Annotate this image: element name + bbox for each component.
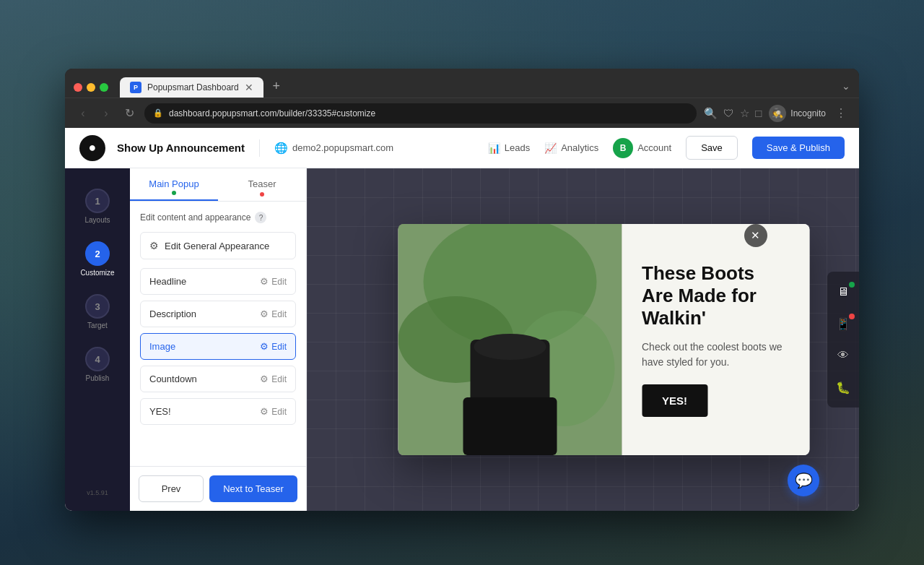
next-to-teaser-button[interactable]: Next to Teaser	[209, 475, 297, 502]
general-appearance-row[interactable]: ⚙ Edit General Appearance	[140, 232, 296, 259]
step-4-label: Publish	[86, 374, 110, 382]
app-title: Show Up Announcement	[117, 142, 245, 154]
sidebar-toggle[interactable]: □	[755, 107, 762, 119]
description-gear: ⚙	[260, 309, 269, 319]
chat-icon: 💬	[795, 472, 813, 489]
analytics-label: Analytics	[561, 142, 598, 153]
version-label: v1.5.91	[87, 489, 108, 496]
popup-cta-button[interactable]: YES!	[642, 384, 707, 417]
chat-button[interactable]: 💬	[788, 465, 819, 496]
yes-row[interactable]: YES! ⚙ Edit	[140, 398, 296, 425]
step-layouts[interactable]: 1 Layouts	[65, 183, 130, 230]
right-tools: 🖥 📱 👁 🐛	[827, 272, 859, 407]
leads-nav[interactable]: 📊 Leads	[488, 142, 530, 154]
incognito-label: Incognito	[790, 108, 826, 118]
desktop-view-button[interactable]: 🖥	[827, 277, 859, 306]
panel-content: Edit content and appearance ? ⚙ Edit Gen…	[130, 202, 306, 466]
leads-icon: 📊	[488, 142, 500, 154]
prev-button[interactable]: Prev	[139, 475, 204, 502]
countdown-row[interactable]: Countdown ⚙ Edit	[140, 366, 296, 392]
headline-edit[interactable]: ⚙ Edit	[260, 276, 287, 287]
mobile-dot	[849, 314, 855, 319]
preview-button[interactable]: 👁	[827, 341, 859, 370]
teaser-dot	[260, 192, 264, 197]
countdown-label: Countdown	[149, 374, 260, 384]
mobile-view-button[interactable]: 📱	[827, 309, 859, 338]
tab-teaser[interactable]: Teaser	[218, 168, 306, 201]
tab-bar: P Popupsmart Dashboard ✕ + ⌄	[65, 69, 859, 98]
desktop-dot	[849, 282, 855, 288]
forward-button[interactable]: ›	[98, 107, 114, 120]
description-edit[interactable]: ⚙ Edit	[260, 309, 287, 319]
step-2-label: Customize	[80, 269, 114, 277]
lock-icon: 🔒	[153, 108, 163, 118]
popup-title: These Boots Are Made for Walkin'	[642, 262, 789, 330]
step-1-circle: 1	[85, 189, 110, 213]
save-publish-button[interactable]: Save & Publish	[752, 137, 845, 159]
popup-close-button[interactable]: ✕	[744, 224, 767, 247]
debug-button[interactable]: 🐛	[827, 373, 859, 402]
star-icon[interactable]: ☆	[740, 107, 749, 120]
close-dot[interactable]	[74, 83, 82, 92]
yes-edit[interactable]: ⚙ Edit	[260, 406, 287, 417]
tab-title: Popupsmart Dashboard	[147, 82, 239, 92]
browser-window: P Popupsmart Dashboard ✕ + ⌄ ‹ › ↻ 🔒 das…	[65, 69, 859, 511]
leads-label: Leads	[505, 142, 530, 153]
image-row[interactable]: Image ⚙ Edit	[140, 333, 296, 360]
yes-gear: ⚙	[260, 406, 269, 417]
countdown-gear: ⚙	[260, 374, 269, 384]
description-label: Description	[149, 309, 260, 319]
tab-close-button[interactable]: ✕	[245, 82, 253, 93]
reload-button[interactable]: ↻	[121, 106, 137, 120]
image-label: Image	[149, 341, 260, 352]
website-badge: 🌐 demo2.popupsmart.com	[274, 142, 393, 155]
active-tab[interactable]: P Popupsmart Dashboard ✕	[120, 77, 263, 98]
analytics-nav[interactable]: 📈 Analytics	[544, 142, 598, 154]
account-label: Account	[637, 142, 671, 153]
url-bar[interactable]: 🔒 dashboard.popupsmart.com/builder/33335…	[144, 103, 697, 124]
svg-point-6	[474, 334, 546, 360]
yes-label: YES!	[149, 406, 260, 417]
header-nav: 📊 Leads 📈 Analytics B Account Save Save …	[488, 136, 845, 160]
steps-sidebar: 1 Layouts 2 Customize 3 Target 4 Publish…	[65, 168, 130, 511]
headline-gear: ⚙	[260, 276, 269, 287]
panel-area: Main Popup Teaser Edit content and appea…	[130, 168, 307, 511]
headline-row[interactable]: Headline ⚙ Edit	[140, 268, 296, 295]
analytics-icon: 📈	[544, 142, 557, 154]
tab-menu-button[interactable]: ⌄	[842, 80, 850, 98]
step-customize[interactable]: 2 Customize	[65, 236, 130, 282]
new-tab-button[interactable]: +	[266, 77, 287, 98]
panel-tabs: Main Popup Teaser	[130, 168, 306, 202]
save-button[interactable]: Save	[686, 136, 738, 160]
incognito-icon: 🕵	[769, 105, 786, 122]
step-publish[interactable]: 4 Publish	[65, 341, 130, 388]
popup-content: These Boots Are Made for Walkin' Check o…	[622, 224, 809, 455]
appearance-icon: ⚙	[149, 240, 159, 251]
main-popup-dot	[172, 191, 176, 195]
app-content: ● Show Up Announcement 🌐 demo2.popupsmar…	[65, 128, 859, 511]
app-logo: ●	[79, 135, 105, 161]
account-nav[interactable]: B Account	[613, 138, 671, 158]
minimize-dot[interactable]	[87, 83, 95, 92]
step-4-circle: 4	[85, 347, 110, 371]
svg-rect-5	[463, 397, 557, 455]
panel-footer: Prev Next to Teaser	[130, 466, 306, 511]
more-button[interactable]: ⋮	[833, 106, 849, 120]
account-avatar: B	[613, 138, 633, 158]
incognito-badge: 🕵 Incognito	[769, 105, 826, 122]
description-row[interactable]: Description ⚙ Edit	[140, 301, 296, 327]
image-edit[interactable]: ⚙ Edit	[260, 341, 287, 352]
website-url: demo2.popupsmart.com	[292, 142, 393, 153]
step-target[interactable]: 3 Target	[65, 288, 130, 335]
step-3-circle: 3	[85, 294, 110, 319]
tab-main-popup[interactable]: Main Popup	[130, 168, 218, 201]
back-button[interactable]: ‹	[75, 107, 91, 120]
help-icon[interactable]: ?	[255, 212, 266, 223]
desktop-icon: 🖥	[837, 285, 849, 298]
tab-favicon: P	[130, 82, 141, 93]
shield-icon[interactable]: 🛡	[723, 107, 734, 119]
maximize-dot[interactable]	[100, 83, 108, 92]
countdown-edit[interactable]: ⚙ Edit	[260, 374, 287, 384]
main-layout: 1 Layouts 2 Customize 3 Target 4 Publish…	[65, 168, 859, 511]
search-icon[interactable]: 🔍	[704, 107, 718, 120]
